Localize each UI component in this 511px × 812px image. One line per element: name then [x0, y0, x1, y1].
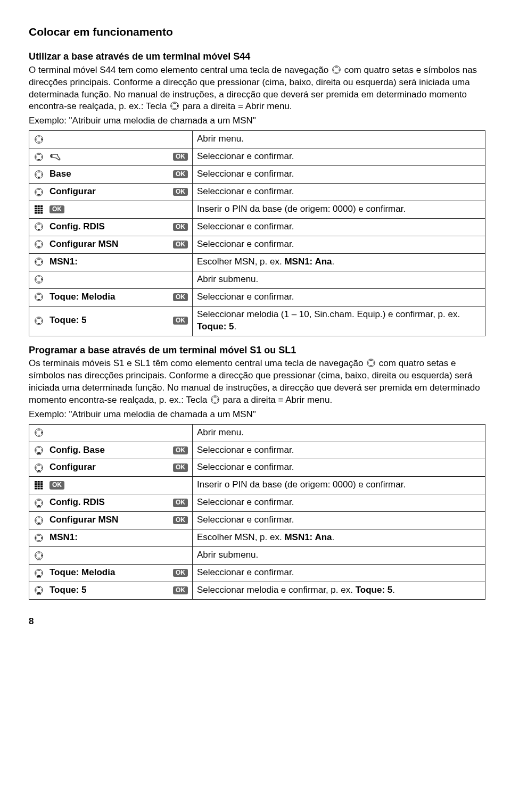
svg-marker-19: [35, 156, 36, 158]
row-description: Escolher MSN, p. ex. MSN1: Ana.: [193, 253, 485, 271]
svg-marker-56: [35, 261, 36, 263]
svg-marker-44: [38, 223, 40, 225]
row-description: Abrir submenu.: [193, 547, 485, 565]
svg-marker-30: [42, 190, 43, 193]
svg-marker-27: [38, 188, 40, 189]
svg-marker-46: [35, 226, 36, 228]
svg-marker-125: [38, 534, 40, 535]
svg-rect-41: [38, 212, 40, 213]
svg-marker-66: [35, 296, 36, 298]
svg-marker-133: [42, 554, 43, 556]
nav-right-icon: [34, 135, 44, 144]
table-row: Config. BaseOKSeleccionar e confirmar.: [29, 442, 485, 459]
svg-rect-33: [40, 205, 43, 207]
svg-marker-12: [38, 136, 40, 137]
svg-rect-107: [38, 485, 40, 487]
table-row: Abrir menu.: [29, 131, 485, 148]
svg-marker-74: [370, 359, 373, 360]
svg-marker-15: [42, 138, 43, 140]
svg-marker-80: [213, 402, 216, 403]
svg-marker-89: [38, 446, 40, 448]
row-description: Seleccionar e confirmar.: [193, 442, 485, 459]
row-description: Escolher MSN, p. ex. MSN1: Ana.: [193, 529, 485, 547]
ok-badge: OK: [173, 317, 188, 325]
nav-down-icon: [34, 292, 44, 302]
svg-rect-103: [35, 483, 37, 485]
row-label: Config. RDIS: [50, 221, 168, 233]
svg-marker-13: [38, 142, 40, 143]
svg-marker-20: [42, 156, 43, 158]
svg-marker-84: [38, 429, 40, 430]
svg-marker-5: [339, 68, 340, 70]
row-label: Config. RDIS: [50, 496, 168, 509]
row-label: Configurar: [50, 186, 168, 198]
svg-marker-91: [35, 449, 36, 451]
row-label: Base: [50, 168, 168, 180]
table-row: Config. RDISOKSeleccionar e confirmar.: [29, 219, 485, 236]
row-description: Abrir submenu.: [193, 271, 485, 288]
nav-down-icon: [34, 316, 44, 326]
svg-marker-57: [42, 261, 43, 263]
nav-down-icon: [34, 239, 44, 249]
row-label: Toque: Melodia: [50, 291, 168, 303]
svg-marker-51: [35, 243, 36, 245]
svg-rect-109: [35, 487, 37, 489]
svg-marker-2: [335, 66, 337, 67]
table-s1: Abrir menu. Config. BaseOKSeleccionar e …: [29, 424, 485, 600]
svg-marker-144: [35, 589, 36, 591]
svg-marker-47: [42, 226, 43, 228]
svg-marker-77: [374, 362, 375, 364]
page-title: Colocar em funcionamento: [29, 24, 485, 39]
nav-down2-icon: [34, 516, 44, 525]
row-label: MSN1:: [50, 532, 188, 544]
row-description: Seleccionar e confirmar.: [193, 236, 485, 253]
nav-right2-icon: [34, 551, 44, 560]
svg-marker-54: [38, 259, 40, 260]
nav-right-icon: [210, 395, 220, 404]
svg-marker-49: [38, 241, 40, 242]
section2-heading: Programar a base através de um terminal …: [29, 344, 485, 357]
table-row: MSN1:Escolher MSN, p. ex. MSN1: Ana.: [29, 253, 485, 271]
nav-down2-icon: [34, 498, 44, 508]
nav-lr-icon: [34, 257, 44, 267]
svg-marker-29: [35, 190, 36, 193]
nav-right-icon: [34, 275, 44, 284]
table-row: ConfigurarOKSeleccionar e confirmar.: [29, 459, 485, 477]
svg-marker-50: [38, 247, 40, 248]
row-description: Abrir menu.: [193, 131, 485, 148]
svg-rect-110: [38, 487, 40, 489]
row-description: Seleccionar e confirmar.: [193, 166, 485, 184]
svg-marker-92: [42, 449, 43, 451]
svg-marker-128: [42, 536, 43, 538]
svg-marker-9: [171, 105, 172, 107]
keypad-icon: [34, 480, 44, 490]
row-label: Configurar MSN: [50, 238, 168, 251]
svg-marker-85: [38, 435, 40, 436]
table-row: Toque: 5OKSeleccionar melodia (1 – 10, S…: [29, 306, 485, 336]
svg-marker-136: [38, 569, 40, 570]
ok-badge: OK: [173, 241, 188, 248]
svg-marker-60: [38, 282, 40, 283]
svg-marker-79: [213, 396, 216, 397]
ok-badge: OK: [173, 170, 188, 178]
svg-marker-139: [42, 571, 43, 574]
svg-marker-97: [35, 467, 36, 469]
svg-marker-69: [38, 317, 40, 318]
svg-marker-138: [35, 571, 36, 574]
svg-marker-22: [38, 171, 40, 172]
svg-marker-121: [35, 519, 36, 521]
row-description: Seleccionar e confirmar.: [193, 148, 485, 166]
nav-icon: [366, 358, 376, 368]
table-row: Configurar MSNOKSeleccionar e confirmar.: [29, 236, 485, 253]
svg-marker-61: [35, 278, 36, 280]
table-row: Abrir menu.: [29, 424, 485, 442]
row-label: Config. Base: [50, 444, 168, 457]
svg-marker-87: [42, 432, 43, 434]
svg-marker-14: [35, 138, 36, 140]
svg-marker-86: [35, 432, 36, 434]
svg-rect-36: [40, 208, 43, 209]
section2-example: Exemplo: "Atribuir uma melodia de chamad…: [29, 409, 485, 421]
svg-marker-95: [38, 464, 40, 465]
svg-rect-37: [35, 210, 37, 211]
svg-marker-142: [38, 587, 40, 588]
